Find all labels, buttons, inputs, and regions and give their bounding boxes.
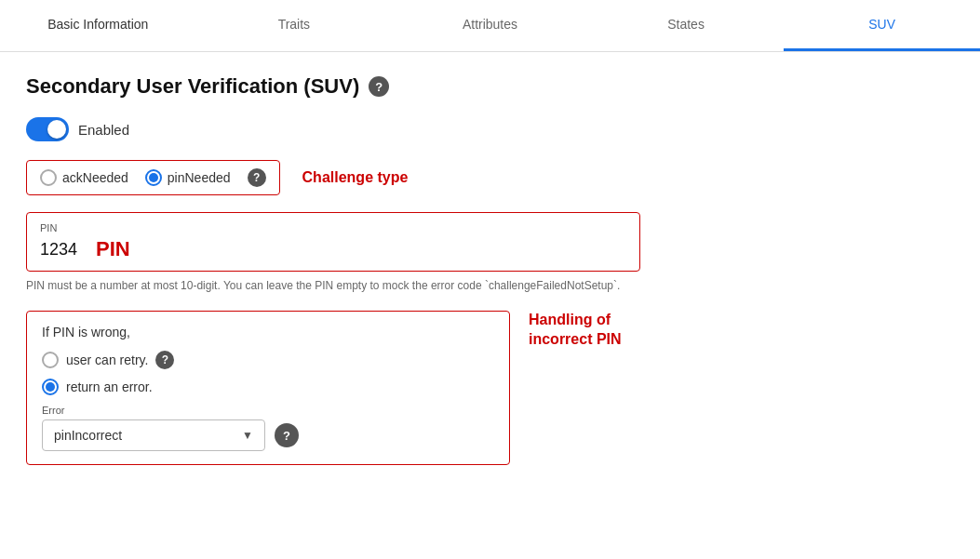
challenge-type-help-icon[interactable]: ? <box>248 168 266 187</box>
radio-pin-needed-circle <box>145 169 162 186</box>
handling-if-text: If PIN is wrong, <box>42 325 494 339</box>
handling-row: If PIN is wrong, user can retry. ? retur… <box>26 311 954 465</box>
tab-suv[interactable]: SUV <box>784 0 980 51</box>
challenge-type-box: ackNeeded pinNeeded ? <box>26 160 280 195</box>
pin-hint: PIN must be a number at most 10-digit. Y… <box>26 279 640 292</box>
radio-error-circle[interactable] <box>42 379 59 395</box>
retry-help-icon[interactable]: ? <box>155 351 174 369</box>
handling-retry-row: user can retry. ? <box>42 351 494 369</box>
tab-states[interactable]: States <box>588 0 785 51</box>
challenge-type-section: ackNeeded pinNeeded ? Challenge type <box>26 160 954 195</box>
page-title-row: Secondary User Verification (SUV) ? <box>26 74 954 99</box>
pin-section: PIN 1234 PIN <box>26 212 640 272</box>
enabled-toggle-row: Enabled <box>26 117 954 141</box>
radio-pin-needed[interactable]: pinNeeded <box>145 169 231 186</box>
error-dropdown[interactable]: pinIncorrect ▼ <box>42 419 265 451</box>
error-dropdown-help-icon[interactable]: ? <box>275 423 299 447</box>
main-content: Secondary User Verification (SUV) ? Enab… <box>0 52 980 487</box>
tab-basic-information[interactable]: Basic Information <box>0 0 196 51</box>
tab-traits[interactable]: Traits <box>196 0 393 51</box>
radio-error-inner <box>46 382 55 392</box>
error-dropdown-value: pinIncorrect <box>54 428 122 443</box>
pin-display-label: PIN <box>96 237 130 261</box>
tab-attributes[interactable]: Attributes <box>392 0 588 51</box>
enabled-label: Enabled <box>78 122 129 138</box>
error-dropdown-label: Error <box>42 405 494 416</box>
enabled-toggle[interactable] <box>26 117 69 141</box>
radio-retry-label: user can retry. <box>66 353 148 367</box>
handling-error-row: return an error. <box>42 379 494 395</box>
error-dropdown-row: pinIncorrect ▼ ? <box>42 419 494 451</box>
radio-error-label: return an error. <box>66 379 153 394</box>
pin-value[interactable]: 1234 <box>40 240 77 260</box>
handling-box: If PIN is wrong, user can retry. ? retur… <box>26 311 510 465</box>
radio-ack-needed-circle <box>40 169 57 186</box>
radio-pin-needed-label: pinNeeded <box>168 170 231 185</box>
radio-ack-needed-label: ackNeeded <box>62 170 128 185</box>
dropdown-arrow-icon: ▼ <box>242 429 253 442</box>
radio-ack-needed[interactable]: ackNeeded <box>40 169 128 186</box>
error-dropdown-area: Error pinIncorrect ▼ ? <box>42 405 494 451</box>
challenge-type-label: Challenge type <box>302 169 409 186</box>
page-title: Secondary User Verification (SUV) <box>26 74 359 99</box>
radio-retry-circle[interactable] <box>42 352 59 368</box>
radio-pin-needed-inner <box>149 173 158 182</box>
pin-row: 1234 PIN <box>40 237 626 261</box>
page-help-icon[interactable]: ? <box>369 76 389 97</box>
tab-bar: Basic Information Traits Attributes Stat… <box>0 0 980 52</box>
handling-title: Handling ofincorrect PIN <box>529 311 622 350</box>
pin-field-label: PIN <box>40 222 626 233</box>
